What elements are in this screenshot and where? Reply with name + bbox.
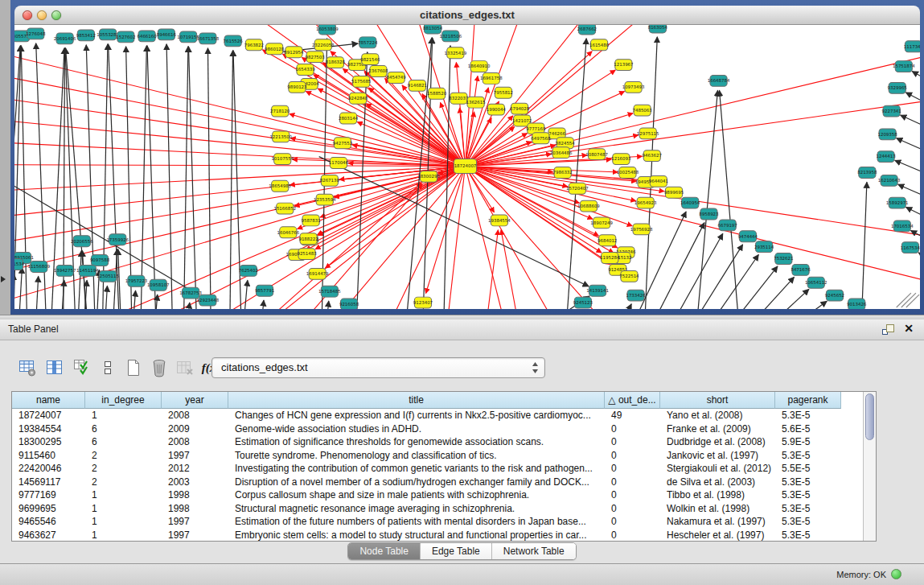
graph-node-label: 9890123 (287, 84, 306, 89)
column-header-name[interactable]: name (12, 392, 85, 409)
graph-node-label: 2367608 (368, 68, 388, 73)
table-scrollbar[interactable] (863, 392, 876, 541)
graph-edge[interactable] (901, 115, 920, 141)
column-visibility-icon[interactable] (43, 356, 66, 379)
graph-edge[interactable] (35, 276, 38, 309)
table-cell: 19384554 (12, 422, 85, 436)
graph-edge[interactable] (318, 167, 466, 235)
tab-edge-table[interactable]: Edge Table (421, 543, 492, 559)
graph-edge[interactable] (102, 44, 108, 309)
graph-edge[interactable] (242, 280, 248, 309)
table-row[interactable]: 1938455462009Genome-wide association stu… (12, 422, 863, 436)
graph-edge[interactable] (14, 45, 465, 167)
window-titlebar[interactable]: citations_edges.txt (14, 6, 920, 25)
table-row[interactable]: 946362711997Embryonic stem cells: a mode… (12, 529, 863, 542)
citation-network-graph[interactable]: 1872400724055724127604820691406985341210… (14, 25, 920, 309)
graph-edge[interactable] (230, 51, 233, 309)
table-cell: 22420046 (12, 462, 85, 476)
graph-edge[interactable] (183, 47, 188, 309)
table-row[interactable]: 911546021997Tourette syndrome. Phenomeno… (12, 449, 863, 463)
graph-edge[interactable] (207, 48, 211, 309)
table-options-icon[interactable] (16, 356, 39, 379)
graph-edge[interactable] (18, 267, 22, 309)
delete-rows-icon[interactable] (148, 356, 170, 379)
graph-node-label: 9146821 (408, 83, 427, 88)
table-cell: 2 (85, 462, 162, 476)
graph-edge[interactable] (768, 301, 827, 309)
graph-edge[interactable] (501, 230, 522, 309)
graph-node-label: 1990044 (487, 107, 507, 112)
graph-edge[interactable] (82, 251, 87, 309)
table-row[interactable]: 977716911998Corpus callosum shape and si… (12, 488, 863, 502)
graph-node-label: 10654112 (805, 280, 827, 285)
graph-edge[interactable] (188, 47, 197, 309)
table-selector-dropdown[interactable]: citations_edges.txt (211, 357, 545, 378)
network-canvas[interactable]: 1872400724055724127604820691406985341210… (14, 25, 920, 309)
column-header-out_de[interactable]: △ out_de... (605, 392, 660, 409)
table-cell: 18724007 (12, 409, 85, 422)
table-cell: Estimation of significance thresholds fo… (228, 435, 605, 449)
merge-rows-icon[interactable] (97, 356, 119, 379)
graph-edge[interactable] (465, 49, 920, 167)
table-row[interactable]: 2242004622012Investigating the contribut… (12, 462, 863, 476)
float-panel-icon[interactable] (881, 323, 895, 339)
new-table-icon[interactable] (122, 356, 145, 379)
select-rows-icon[interactable] (71, 356, 93, 379)
tab-node-table[interactable]: Node Table (348, 543, 421, 559)
graph-node-label: 7522514 (619, 274, 639, 278)
collapse-arrow-icon[interactable] (1, 276, 6, 282)
graph-node-label: 16648784 (708, 78, 730, 83)
graph-edge[interactable] (897, 138, 920, 165)
graph-edge[interactable] (14, 167, 465, 193)
graph-node-label: 14139141 (586, 288, 609, 293)
column-header-in_degree[interactable]: in_degree (85, 392, 162, 409)
attribute-table: namein_degreeyeartitle△ out_de...shortpa… (11, 391, 877, 542)
graph-edge[interactable] (644, 37, 658, 309)
table-scrollbar-thumb[interactable] (865, 393, 874, 440)
table-cell: 5.9E-5 (775, 435, 841, 449)
graph-edge[interactable] (912, 72, 920, 97)
graph-edge[interactable] (166, 44, 173, 309)
graph-edge[interactable] (733, 277, 795, 309)
tab-network-table[interactable]: Network Table (492, 543, 576, 559)
graph-node-label: 1615480 (589, 43, 610, 47)
graph-node-label: 16046766 (277, 230, 299, 235)
table-cell: Changes of HCN gene expression and I(f) … (228, 409, 605, 422)
table-row[interactable]: 946554611997Estimation of the future num… (12, 515, 863, 529)
graph-edge[interactable] (260, 300, 264, 309)
graph-node-label: 9463627 (643, 154, 662, 159)
graph-node-label: 7986332 (553, 170, 573, 175)
graph-edge[interactable] (860, 182, 867, 309)
table-cell: 2012 (162, 462, 228, 476)
window-resize-grip-icon[interactable] (897, 293, 919, 307)
graph-edge[interactable] (456, 63, 465, 167)
graph-node-label: 19384554 (488, 218, 511, 223)
graph-edge[interactable] (906, 93, 920, 119)
graph-edge[interactable] (611, 304, 631, 309)
table-cell: Corpus callosum shape and size in male p… (228, 488, 605, 502)
table-cell: 1998 (162, 502, 228, 516)
table-row[interactable]: 1830029562008Estimation of significance … (12, 435, 863, 449)
graph-edge[interactable] (465, 167, 920, 289)
graph-edge[interactable] (104, 286, 107, 309)
column-header-year[interactable]: year (162, 392, 228, 409)
graph-node-label: 16671358 (197, 36, 220, 41)
column-header-pagerank[interactable]: pagerank (775, 392, 841, 409)
graph-node-label: 2803144 (339, 116, 359, 121)
graph-edge[interactable] (643, 223, 704, 309)
graph-node-label: 9097588 (90, 257, 110, 262)
graph-node-label: 7955812 (494, 90, 513, 95)
graph-edge[interactable] (141, 46, 147, 309)
graph-node-label: 10807487 (585, 152, 608, 157)
column-header-title[interactable]: title (228, 392, 605, 409)
table-row[interactable]: 1456911722003Disruption of a novel membe… (12, 476, 863, 489)
status-bar: Memory: OK (0, 563, 924, 585)
graph-edge[interactable] (749, 289, 809, 309)
graph-edge[interactable] (918, 253, 920, 276)
graph-edge[interactable] (126, 47, 133, 309)
close-panel-icon[interactable]: ✕ (904, 322, 914, 335)
table-row[interactable]: 969969511998Structural magnetic resonanc… (12, 502, 863, 516)
table-row[interactable]: 1872400712008Changes of HCN gene express… (12, 409, 863, 422)
column-header-short[interactable]: short (660, 392, 775, 409)
graph-edge[interactable] (325, 301, 329, 309)
